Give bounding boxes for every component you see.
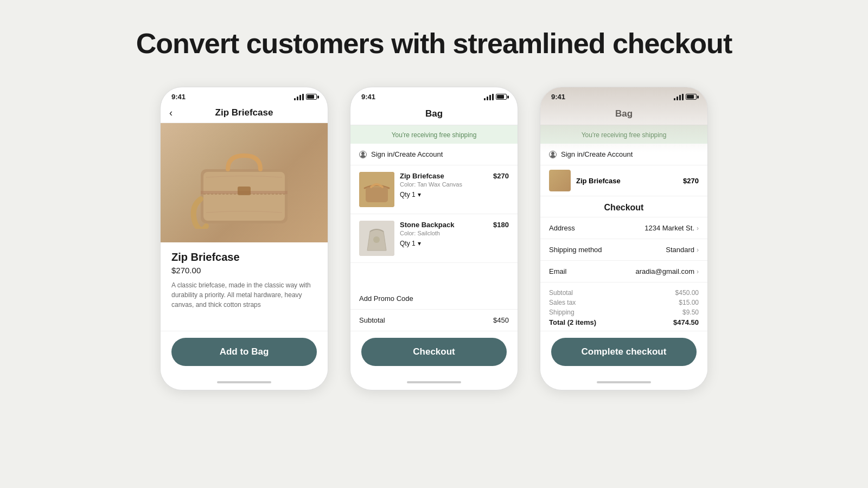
- subtotal-total-row: Subtotal $450.00: [549, 289, 699, 297]
- cart-item-1: Zip Briefcase Color: Tan Wax Canvas Qty …: [350, 165, 518, 214]
- tax-row: Sales tax $15.00: [549, 299, 699, 306]
- status-bar-2: 9:41: [350, 87, 518, 104]
- shipping-total-value: $9.50: [682, 309, 699, 316]
- signal-bar-2: [297, 97, 298, 100]
- sign-in-text-2: Sign in/Create Account: [371, 150, 443, 158]
- home-indicator-3: [597, 381, 651, 383]
- shipping-label: Shipping method: [549, 246, 602, 254]
- item-price-1: $270: [493, 172, 509, 180]
- item-name-1: Zip Briefcase: [400, 172, 488, 180]
- free-shipping-text-2: You're receiving free shipping: [392, 131, 477, 139]
- status-bar-1: 9:41: [161, 87, 328, 104]
- checkout-section: Checkout Address 1234 Market St. › Shipp…: [540, 196, 707, 331]
- sign-in-row-2[interactable]: Sign in/Create Account: [350, 144, 518, 165]
- product-info: Zip Briefcase $270.00 A classic briefcas…: [161, 242, 328, 331]
- qty-chevron-1: ▾: [418, 191, 421, 198]
- free-shipping-text-3: You're receiving free shipping: [582, 131, 667, 139]
- signal-bars-2: [484, 94, 494, 100]
- qty-row-1[interactable]: Qty 1 ▾: [400, 191, 488, 198]
- item-price-2: $180: [493, 221, 509, 229]
- subtotal-total-value: $450.00: [675, 289, 699, 297]
- grand-total-label: Total (2 items): [549, 318, 596, 326]
- shipping-row[interactable]: Shipping method Standard ›: [540, 239, 707, 261]
- status-time-3: 9:41: [551, 93, 565, 101]
- bag-title: Bag: [425, 108, 443, 119]
- phone-product-wrapper: 9:41 ‹ Zip Briefcase: [160, 87, 328, 390]
- phone-button-area-3: Complete checkout: [540, 331, 707, 377]
- phone-bag-frame: 9:41 Bag You're: [350, 87, 518, 390]
- home-indicator-2: [407, 381, 461, 383]
- cart-item-2: Stone Backpack Color: Sailcloth Qty 1 ▾ …: [350, 214, 518, 263]
- status-bar-3: 9:41: [540, 87, 707, 104]
- email-chevron: ›: [697, 268, 699, 275]
- promo-row[interactable]: Add Promo Code: [350, 288, 518, 310]
- item-color-1: Color: Tan Wax Canvas: [400, 181, 488, 188]
- free-shipping-banner-2: You're receiving free shipping: [350, 125, 518, 144]
- phone-bag-wrapper: 9:41 Bag You're: [350, 87, 518, 390]
- item-color-2: Color: Sailcloth: [400, 230, 488, 236]
- free-shipping-banner-3: You're receiving free shipping: [540, 125, 707, 144]
- product-price: $270.00: [171, 266, 317, 275]
- shipping-value: Standard ›: [666, 246, 699, 254]
- bag-svg-1: [190, 137, 298, 229]
- address-row[interactable]: Address 1234 Market St. ›: [540, 217, 707, 239]
- qty-chevron-2: ▾: [418, 240, 421, 247]
- phones-row: 9:41 ‹ Zip Briefcase: [160, 87, 708, 390]
- checkout-button[interactable]: Checkout: [361, 338, 507, 366]
- add-to-bag-button[interactable]: Add to Bag: [171, 338, 317, 366]
- svg-rect-1: [203, 172, 285, 221]
- signal-bar-3: [299, 95, 301, 100]
- sign-in-row-3: Sign in/Create Account: [540, 144, 707, 165]
- subtotal-value: $450: [493, 316, 509, 324]
- nav-bar-1: ‹ Zip Briefcase: [161, 104, 328, 123]
- status-icons-2: [484, 94, 507, 100]
- email-label: Email: [549, 267, 567, 275]
- signal-bar-4: [302, 94, 304, 100]
- svg-rect-5: [366, 187, 388, 202]
- sign-in-text-3: Sign in/Create Account: [561, 150, 633, 158]
- cart-item-img-2: [359, 221, 394, 256]
- subtotal-total-label: Subtotal: [549, 289, 573, 297]
- cart-item-details-2: Stone Backpack Color: Sailcloth Qty 1 ▾: [400, 221, 488, 247]
- status-icons-1: [294, 94, 317, 100]
- subtotal-row: Subtotal $450: [350, 310, 518, 331]
- phone-button-area-1: Add to Bag: [161, 331, 328, 377]
- cart-item-details-1: Zip Briefcase Color: Tan Wax Canvas Qty …: [400, 172, 488, 198]
- grand-total-row: Total (2 items) $474.50: [549, 318, 699, 326]
- tax-label: Sales tax: [549, 299, 576, 306]
- checkout-title: Checkout: [540, 196, 707, 217]
- signal-bar-1: [294, 98, 296, 100]
- mini-cart-item: Zip Briefcase $270: [540, 165, 707, 196]
- battery-fill-1: [307, 95, 314, 99]
- mini-cart-price: $270: [683, 177, 699, 185]
- email-value: aradia@gmail.com ›: [635, 267, 699, 275]
- email-row[interactable]: Email aradia@gmail.com ›: [540, 261, 707, 282]
- status-icons-3: [674, 94, 697, 100]
- product-nav-title: Zip Briefcase: [215, 107, 273, 118]
- signal-bars-3: [674, 94, 684, 100]
- address-chevron: ›: [697, 224, 699, 232]
- totals-section: Subtotal $450.00 Sales tax $15.00 Shippi…: [540, 282, 707, 331]
- person-icon-2: [359, 151, 367, 158]
- item-name-2: Stone Backpack: [400, 221, 488, 229]
- shipping-total-label: Shipping: [549, 309, 575, 316]
- mini-cart-name: Zip Briefcase: [576, 177, 678, 185]
- phone-product-frame: 9:41 ‹ Zip Briefcase: [160, 87, 328, 390]
- product-image: [161, 123, 328, 242]
- shipping-chevron: ›: [697, 246, 699, 254]
- grand-total-value: $474.50: [673, 318, 699, 326]
- battery-icon-1: [306, 94, 317, 100]
- battery-icon-2: [496, 94, 507, 100]
- cart-items: Zip Briefcase Color: Tan Wax Canvas Qty …: [350, 165, 518, 288]
- address-value: 1234 Market St. ›: [644, 224, 699, 232]
- qty-label-2: Qty 1: [400, 240, 416, 247]
- product-name: Zip Briefcase: [171, 251, 317, 264]
- qty-row-2[interactable]: Qty 1 ▾: [400, 240, 488, 247]
- status-time-2: 9:41: [361, 93, 375, 101]
- tax-value: $15.00: [679, 299, 699, 306]
- bag-header: Bag: [350, 104, 518, 125]
- home-indicator-1: [217, 381, 271, 383]
- back-button-1[interactable]: ‹: [169, 107, 173, 119]
- complete-checkout-button[interactable]: Complete checkout: [551, 338, 697, 366]
- subtotal-label: Subtotal: [359, 316, 385, 324]
